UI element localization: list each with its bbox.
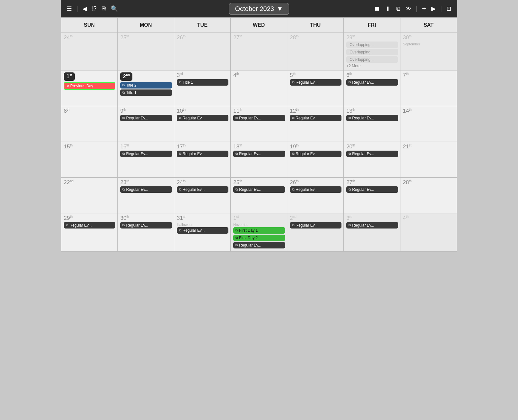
calendar-event[interactable]: ⧉ Regular Ev... (177, 151, 228, 157)
grid-icon[interactable]: ⧉ (395, 4, 402, 14)
event-icon: ⧉ (349, 223, 351, 227)
day-number: 27th (346, 180, 355, 185)
day-number: 22nd (64, 180, 73, 185)
day-cell: 9th ⧉ Regular Ev... (118, 106, 174, 142)
day-number: 12th (290, 108, 299, 114)
menu-icon[interactable]: ☰ (65, 4, 73, 14)
day-cell: 2nd ⧉ Title 2 ⧉ Title 1 (118, 70, 174, 106)
eye-icon[interactable]: 👁 (404, 4, 413, 14)
overlap-event[interactable]: Overlapping ... (346, 42, 398, 48)
event-icon: ⧉ (122, 188, 125, 191)
calendar-event[interactable]: ⧉ Regular Ev... (346, 79, 398, 86)
event-icon: ⧉ (235, 116, 238, 120)
calendar-event[interactable]: ⧉ Regular Ev... (346, 186, 398, 193)
filter-icon[interactable]: ⏹ (373, 4, 381, 14)
help-icon[interactable]: ⁉ (91, 4, 98, 14)
day-cell: 18th ⧉ Regular Ev... (231, 142, 287, 177)
calendar-event[interactable]: ⧉ Regular Ev... (120, 151, 172, 157)
calendar-event[interactable]: ⧉ Title 2 (120, 82, 172, 89)
day-number: 28th (290, 35, 299, 40)
pause-icon[interactable]: ⏸ (384, 4, 392, 14)
event-icon: ⧉ (67, 84, 69, 88)
day-number: 24th (64, 35, 72, 40)
event-label: Regular Ev... (296, 116, 318, 120)
calendar-event[interactable]: ⧉ First Day 1 (233, 227, 285, 234)
calendar-event[interactable]: ⧉ First Day 2 (233, 235, 285, 241)
day-cell: 11th ⧉ Regular Ev... (231, 106, 287, 142)
day-cell: 27th (231, 33, 287, 70)
day-cell: 4th (400, 213, 457, 251)
calendar-event[interactable]: ⧉ Regular Ev... (177, 227, 228, 234)
day-cell: 14th (400, 106, 457, 142)
window-icon[interactable]: ⊡ (445, 4, 453, 14)
overlap-event[interactable]: Overlapping ... (346, 56, 398, 63)
event-icon: ⧉ (292, 116, 294, 120)
event-label: Regular Ev... (239, 116, 261, 120)
more-events-link[interactable]: +2 More (346, 64, 398, 68)
add-icon[interactable]: + (421, 3, 427, 14)
calendar-event[interactable]: ⧉ Regular Ev... (290, 151, 341, 157)
calendar-event[interactable]: ⧉ Title 1 (177, 79, 228, 86)
overlap-event[interactable]: Overlapping ... (346, 49, 398, 55)
event-label: Title 1 (183, 80, 193, 85)
day-number: 6th (346, 72, 352, 78)
calendar-event[interactable]: ⧉ Regular Ev... (346, 115, 398, 121)
calendar-event[interactable]: ⧉ Title 1 (120, 89, 172, 96)
day-cell: 25th ⧉ Regular Ev... (231, 178, 287, 213)
day-cell: 25th (118, 33, 174, 70)
calendar-event[interactable]: ⧉ Regular Ev... (177, 186, 228, 193)
event-label: Regular Ev... (183, 228, 205, 233)
day-number: 5th (290, 72, 296, 78)
calendar-event[interactable]: ⧉ Regular Ev... (233, 186, 285, 193)
day-number: 27th (233, 35, 242, 40)
day-number: 19th (290, 144, 299, 149)
month-title-button[interactable]: October 2023 ▼ (229, 3, 289, 15)
calendar-event[interactable]: ⧉ Regular Ev... (233, 151, 285, 157)
header-mon: MON (118, 18, 174, 33)
day-cell: 27th ⧉ Regular Ev... (344, 178, 400, 213)
play-icon[interactable]: ▶ (430, 4, 437, 14)
back-icon[interactable]: ◀ (81, 4, 88, 14)
day-number: 30th (403, 35, 412, 40)
event-icon: ⧉ (292, 152, 294, 156)
day-cell: 28th (287, 33, 344, 70)
calendar-event[interactable]: ⧉ Regular Ev... (290, 79, 341, 86)
calendar-event[interactable]: ⧉ Regular Ev... (346, 151, 398, 157)
event-icon: ⧉ (122, 116, 125, 120)
calendar-event[interactable]: ⧉ Regular Ev... (233, 242, 285, 248)
day-cell: 8th (61, 106, 118, 142)
calendar-event[interactable]: ⧉ Regular Ev... (120, 186, 172, 193)
event-label: Regular Ev... (126, 152, 148, 156)
calendar-event[interactable]: ⧉ Regular Ev... (120, 115, 172, 121)
previous-day-event[interactable]: ⧉ Previous Day (64, 82, 115, 90)
calendar-event[interactable]: ⧉ Regular Ev... (290, 115, 341, 121)
calendar-event[interactable]: ⧉ Regular Ev... (177, 115, 228, 121)
week-row: 1st ⧉ Previous Day 2nd ⧉ Title 2 ⧉ Title… (61, 70, 457, 106)
day-number: 25th (233, 180, 242, 185)
calendar-event[interactable]: ⧉ Regular Ev... (346, 222, 398, 229)
calendar-event[interactable]: ⧉ Regular Ev... (290, 186, 341, 193)
day-cell: 3rd ⧉ Title 1 (174, 70, 231, 106)
day-cell: 13th ⧉ Regular Ev... (344, 106, 400, 142)
day-cell: 5th ⧉ Regular Ev... (287, 70, 344, 106)
calendar-event[interactable]: ⧉ Regular Ev... (233, 115, 285, 121)
event-icon: ⧉ (235, 236, 238, 240)
day-cell: 3rd ⧉ Regular Ev... (344, 213, 400, 251)
day-number: 2nd (290, 215, 297, 221)
copy-icon[interactable]: ⎘ (101, 4, 107, 14)
event-icon: ⧉ (235, 229, 238, 232)
day-cell: 24th ⧉ Regular Ev... (174, 178, 231, 213)
calendar-event[interactable]: ⧉ Regular Ev... (290, 222, 341, 229)
day-cell: 4th (231, 70, 287, 106)
event-icon: ⧉ (235, 188, 238, 191)
calendar-event[interactable]: ⧉ Regular Ev... (64, 222, 115, 229)
week-row: 29th ⧉ Regular Ev... 30th ⧉ Regular Ev..… (61, 213, 457, 251)
week-row: 22nd 23rd ⧉ Regular Ev... 24th ⧉ Regular… (61, 178, 457, 213)
day-cell: 28th (400, 178, 457, 213)
calendar-event[interactable]: ⧉ Regular Ev... (120, 222, 172, 229)
day-cell: 30th September (400, 33, 457, 70)
day-number: 3rd (346, 215, 352, 221)
event-icon: ⧉ (122, 83, 125, 87)
search-icon[interactable]: 🔍 (110, 4, 119, 14)
app-container: ☰ | ◀ ⁉ ⎘ 🔍 October 2023 ▼ ⏹ ⏸ ⧉ 👁 | + ▶… (61, 0, 457, 252)
